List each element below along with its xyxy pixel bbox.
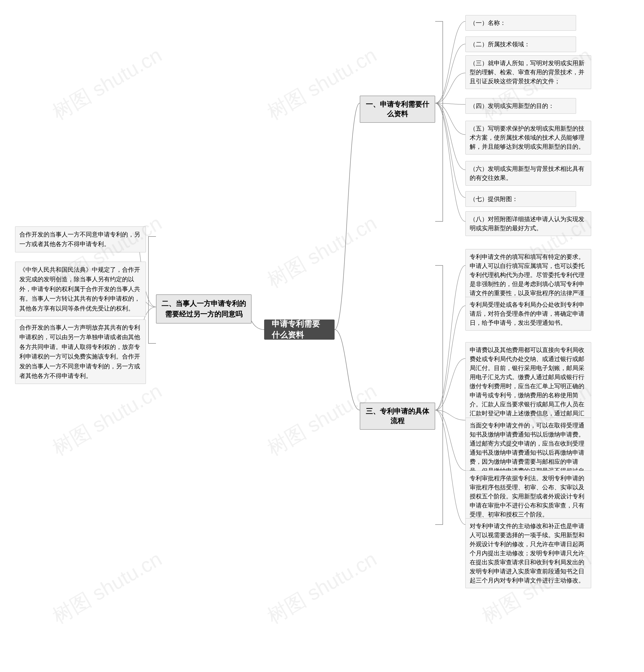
node-rr3-label: （三）就申请人所知，写明对发明或实用新型的理解、检索、审查有用的背景技术，并且引… [470,60,584,85]
node-r1-label: 一、申请专利需要什么资料 [365,100,430,119]
node-rs5-label: 专利审批程序依据专利法。发明专利申请的审批程序包括受理、初审、公布、实审以及授权… [470,475,584,518]
node-rs6: 对专利申请文件的主动修改和补正也是申请人可以视需要选择的一项手续。实用新型和外观… [465,518,591,588]
node-l1: 二、当事人一方申请专利的需要经过另一方的同意吗 [156,295,252,324]
center-node-label: 申请专利需要什么资料 [272,319,327,341]
node-rr6: （六）发明或实用新型与背景技术相比具有的有交往效果。 [465,161,591,186]
node-rs2-label: 专利局受理处或各专利局办公处收到专利申请后，对符合受理条件的申请，将确定申请日，… [470,301,584,326]
node-r2-label: 三、专利申请的具体流程 [365,407,430,426]
watermark-text-7: 树图 shutu.cn [48,377,167,462]
node-ll1: 合作开发的当事人一方不同意申请专利的，另一方或者其他各方不得申请专利。 [15,226,146,252]
node-ll2: 《中华人民共和国民法典》中规定了，合作开发完成的发明创造，除当事人另有约定的以外… [15,262,146,316]
node-ll3: 合作开发的当事人一方声明放弃其共有的专利申请权的，可以由另一方单独申请或者由其他… [15,320,146,384]
node-ll1-label: 合作开发的当事人一方不同意申请专利的，另一方或者其他各方不得申请专利。 [20,231,140,247]
node-rr7-label: （七）提供附图： [470,195,518,202]
node-r2: 三、专利申请的具体流程 [360,403,435,430]
node-rr8-label: （八）对照附图详细描述申请人认为实现发明或实用新型的最好方式。 [470,216,584,231]
node-rr7: （七）提供附图： [465,191,576,207]
node-rr2-label: （二）所属技术领域： [470,41,530,48]
node-rr6-label: （六）发明或实用新型与背景技术相比具有的有交往效果。 [470,165,584,181]
node-rr5: （五）写明要求保护的发明或实用新型的技术方案，使所属技术领域的技术人员能够理解，… [465,121,591,155]
watermark-text-11: 树图 shutu.cn [263,546,381,630]
node-rs2: 专利局受理处或各专利局办公处收到专利申请后，对符合受理条件的申请，将确定申请日，… [465,297,591,331]
node-rr2: （二）所属技术领域： [465,36,576,52]
node-rr5-label: （五）写明要求保护的发明或实用新型的技术方案，使所属技术领域的技术人员能够理解，… [470,125,584,150]
node-ll3-label: 合作开发的当事人一方声明放弃其共有的专利申请权的，可以由另一方单独申请或者由其他… [20,324,140,379]
node-r1: 一、申请专利需要什么资料 [360,96,435,123]
node-rr8: （八）对照附图详细描述申请人认为实现发明或实用新型的最好方式。 [465,211,591,236]
node-rr3: （三）就申请人所知，写明对发明或实用新型的理解、检索、审查有用的背景技术，并且引… [465,55,591,89]
node-l1-label: 二、当事人一方申请专利的需要经过另一方的同意吗 [161,298,246,320]
watermark-text-10: 树图 shutu.cn [48,546,167,630]
watermark-text-1: 树图 shutu.cn [48,42,167,126]
node-ll2-label: 《中华人民共和国民法典》中规定了，合作开发完成的发明创造，除当事人另有约定的以外… [20,266,140,312]
node-rr4-label: （四）发明或实用新型的目的： [470,103,554,109]
center-node: 申请专利需要什么资料 [264,320,335,340]
node-rr1-label: （一）名称： [470,20,506,26]
node-rs5: 专利审批程序依据专利法。发明专利申请的审批程序包括受理、初审、公布、实审以及授权… [465,470,591,522]
mindmap-container: 树图 shutu.cn 树图 shutu.cn 树图 shutu.cn 树图 s… [0,0,644,672]
node-rr1: （一）名称： [465,15,576,31]
watermark-text-5: 树图 shutu.cn [263,210,381,295]
node-rs6-label: 对专利申请文件的主动修改和补正也是申请人可以视需要选择的一项手续。实用新型和外观… [470,523,584,584]
node-rr4: （四）发明或实用新型的目的： [465,98,576,114]
